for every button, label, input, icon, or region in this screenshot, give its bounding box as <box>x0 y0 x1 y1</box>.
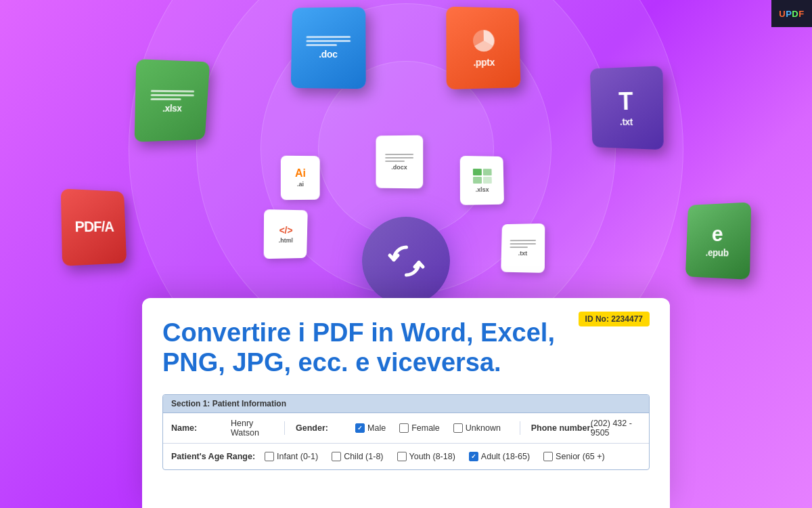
ai-small-label: .ai <box>297 181 304 188</box>
epub-decoration: e <box>712 223 724 245</box>
file-icon-txt-small: .txt <box>501 224 545 273</box>
conversion-center-icon[interactable] <box>362 217 450 305</box>
small-lines <box>385 153 413 161</box>
svg-rect-3 <box>473 176 482 183</box>
section-header: Section 1: Patient Information <box>163 395 649 413</box>
svg-rect-2 <box>482 169 491 175</box>
unknown-label: Unknown <box>466 423 501 433</box>
senior-checkbox-group[interactable]: Senior (65 +) <box>543 452 605 461</box>
epub-large-label: .epub <box>706 247 729 259</box>
adult-label: Adult (18-65) <box>481 452 530 461</box>
gender-label: Gender: <box>296 423 350 433</box>
male-checkbox-group[interactable]: Male <box>355 423 386 433</box>
ai-decoration: Ai <box>295 168 306 179</box>
unknown-checkbox[interactable] <box>453 423 463 433</box>
unknown-checkbox-group[interactable]: Unknown <box>453 423 501 433</box>
file-icon-xlsx-small: .xlsx <box>460 156 504 205</box>
patient-form-section: Section 1: Patient Information Name: Hen… <box>162 394 650 470</box>
xlsx-small-label: .xlsx <box>476 186 489 192</box>
female-checkbox[interactable] <box>399 423 409 433</box>
logo-d: D <box>792 9 798 19</box>
file-icon-txt-large: T .txt <box>590 66 664 150</box>
youth-checkbox[interactable] <box>397 452 407 461</box>
name-label: Name: <box>171 423 225 433</box>
infant-checkbox-group[interactable]: Infant (0-1) <box>265 452 318 461</box>
file-icon-epub-large: e .epub <box>685 202 751 279</box>
female-label: Female <box>411 423 440 433</box>
file-lines-decoration <box>151 89 195 100</box>
file-lines-decoration <box>306 36 351 46</box>
file-icon-ai-small: Ai .ai <box>281 156 320 200</box>
form-row-age: Patient's Age Range: Infant (0-1) Child … <box>163 444 649 469</box>
xlsx-large-label: .xlsx <box>162 102 182 113</box>
age-label: Patient's Age Range: <box>171 452 259 461</box>
pptx-large-label: .pptx <box>473 57 495 68</box>
divider <box>284 421 285 435</box>
name-value: Henry Watson <box>231 419 273 438</box>
file-icon-pptx-large: .pptx <box>446 7 520 89</box>
small-lines <box>510 239 537 247</box>
updf-logo: UPDF <box>771 0 812 27</box>
child-checkbox[interactable] <box>332 452 341 461</box>
file-icon-doc-large: .doc <box>291 7 366 89</box>
xlsx-grid-decoration <box>472 168 492 184</box>
file-icon-html-small: </> .html <box>264 209 308 259</box>
file-icon-xlsx-large: .xlsx <box>135 59 210 142</box>
phone-value: (202) 432 - 9505 <box>591 419 641 438</box>
txt-large-label: .txt <box>620 117 633 127</box>
sync-icon <box>384 239 428 283</box>
divider2 <box>520 421 520 435</box>
doc-large-label: .doc <box>319 48 338 59</box>
file-icon-pdfa-large: PDF/A <box>61 188 127 266</box>
male-label: Male <box>367 423 386 433</box>
adult-checkbox[interactable] <box>469 452 478 461</box>
adult-checkbox-group[interactable]: Adult (18-65) <box>469 452 530 461</box>
pptx-chart-decoration <box>468 27 499 54</box>
youth-label: Youth (8-18) <box>409 452 455 461</box>
svg-rect-1 <box>472 169 481 175</box>
file-icon-docx-small: .docx <box>376 135 423 189</box>
txt-t-decoration: T <box>618 89 633 114</box>
senior-checkbox[interactable] <box>543 452 553 461</box>
id-badge: ID No: 2234477 <box>579 312 650 326</box>
html-decoration: </> <box>279 225 292 234</box>
phone-label: Phone number: <box>531 423 585 433</box>
female-checkbox-group[interactable]: Female <box>399 423 440 433</box>
html-small-label: .html <box>279 236 293 243</box>
logo-p: P <box>786 9 792 19</box>
docx-small-label: .docx <box>391 163 407 170</box>
logo-u: U <box>779 9 786 19</box>
document-panel: ID No: 2234477 Convertire i PDF in Word,… <box>142 298 670 508</box>
senior-label: Senior (65 +) <box>556 452 605 461</box>
infant-checkbox[interactable] <box>265 452 274 461</box>
pdfa-decoration: PDF/A <box>74 219 114 235</box>
child-checkbox-group[interactable]: Child (1-8) <box>332 452 383 461</box>
svg-rect-4 <box>482 177 491 184</box>
form-row-name-gender: Name: Henry Watson Gender: Male Female U… <box>163 413 649 444</box>
txt-small-label: .txt <box>518 249 527 256</box>
doc-title: Convertire i PDF in Word, Excel, PNG, JP… <box>162 318 623 377</box>
logo-f: F <box>798 9 804 19</box>
infant-label: Infant (0-1) <box>277 452 318 461</box>
youth-checkbox-group[interactable]: Youth (8-18) <box>397 452 455 461</box>
child-label: Child (1-8) <box>344 452 383 461</box>
male-checkbox[interactable] <box>355 423 365 433</box>
